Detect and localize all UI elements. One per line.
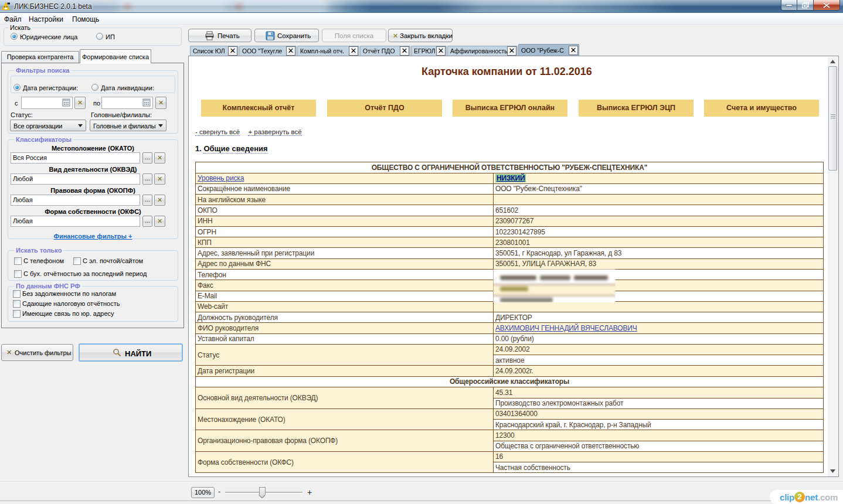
scroll-down-button[interactable] xyxy=(828,466,838,476)
action-button-5[interactable]: Счета и имущество xyxy=(704,100,819,117)
minimize-button[interactable] xyxy=(781,0,797,11)
table-row: Местонахождение (ОКАТО)03401364000 xyxy=(196,408,824,419)
branch-combobox[interactable]: Головные и филиалы xyxy=(90,120,166,131)
scope-radio-ip[interactable] xyxy=(96,33,103,40)
left-tab-form-list[interactable]: Формирование списка xyxy=(80,49,151,63)
close-icon xyxy=(823,2,831,8)
tax-reporting-checkbox[interactable] xyxy=(13,300,21,308)
date-from-clear-button[interactable]: ✕ xyxy=(74,97,86,109)
row-value: 350051, УЛИЦА ГАРАЖНАЯ, 83 xyxy=(494,258,824,269)
menu-item-3[interactable]: Помощь xyxy=(72,15,99,23)
phone-checkbox[interactable] xyxy=(14,257,22,265)
doc-tab-2[interactable]: ООО "Техугле✕ xyxy=(239,46,297,56)
scope-radio-ul[interactable] xyxy=(11,33,18,40)
director-link[interactable]: АВХИМОВИЧ ГЕННАДИЙ ВЯЧЕСЛАВОВИЧ xyxy=(495,324,637,332)
action-button-4[interactable]: Выписка ЕГРЮЛ ЭЦП xyxy=(579,100,694,117)
filters-panel: Фильтры поискаДата регистрации:Дата ликв… xyxy=(1,63,184,328)
zoom-slider-thumb[interactable] xyxy=(259,487,266,495)
expand-all-link[interactable]: + развернуть всё xyxy=(248,128,301,136)
menu-item-1[interactable]: Файл xyxy=(4,15,22,23)
row-label: Местонахождение (ОКАТО) xyxy=(196,408,494,430)
classifier-input-okved[interactable]: Любой xyxy=(11,173,140,185)
status-combobox[interactable]: Все организации xyxy=(10,120,86,131)
classifier-clear-button-okopf[interactable]: ✕ xyxy=(154,195,165,206)
table-row: ОКПО651602 xyxy=(196,205,824,216)
row-value: Краснодарский край, г. Краснодар, р-н За… xyxy=(494,420,824,430)
card-title: Карточка компании от 11.02.2016 xyxy=(189,66,825,78)
row-value: 1022301427895 xyxy=(494,226,824,237)
find-button[interactable]: НАЙТИ xyxy=(79,343,183,362)
row-label-link[interactable]: Уровень риска xyxy=(198,174,244,182)
doc-tab-close-icon[interactable]: ✕ xyxy=(286,46,295,56)
clear-x-icon: ✕ xyxy=(6,349,12,356)
window-title: ЛИК:БИЗНЕС 2.0.1 beta xyxy=(14,2,92,11)
scope-radio-label: Юридические лица xyxy=(20,33,77,40)
printer-glyph xyxy=(205,31,215,40)
no-tax-debt-checkbox[interactable] xyxy=(13,290,21,298)
left-tab-check-contragent[interactable]: Проверка контрагента xyxy=(1,51,79,63)
save-button[interactable]: Сохранить xyxy=(254,29,319,42)
classifier-clear-button-okved[interactable]: ✕ xyxy=(154,173,165,185)
accounting-checkbox[interactable] xyxy=(14,270,22,278)
zoom-value-button[interactable]: 100% xyxy=(191,487,215,498)
address-link-checkbox-label: Имеющие связь по юр. адресу xyxy=(22,310,114,317)
doc-tab-label: Список ЮЛ xyxy=(193,47,225,55)
clear-filters-button[interactable]: ✕Очистить фильтры xyxy=(1,344,73,361)
doc-tab-close-icon[interactable]: ✕ xyxy=(228,46,237,56)
scroll-up-button[interactable] xyxy=(828,57,838,67)
doc-tab-5[interactable]: ЕГРЮЛ✕ xyxy=(411,46,447,56)
email-site-checkbox[interactable] xyxy=(73,257,81,265)
date-radio-liquidation[interactable] xyxy=(91,84,98,91)
doc-tab-4[interactable]: Отчёт ПДО✕ xyxy=(360,46,410,56)
risk-level-badge[interactable]: НИЗКИЙ xyxy=(495,174,526,182)
doc-tab-close-icon[interactable]: ✕ xyxy=(569,46,578,55)
collapse-all-link[interactable]: - свернуть всё xyxy=(195,128,240,136)
classifier-input-okfs[interactable]: Любая xyxy=(11,216,140,227)
menu-item-2[interactable]: Настройки xyxy=(29,15,63,23)
doc-tab-7[interactable]: ООО "Рубеж-С✕ xyxy=(518,44,579,56)
doc-tab-3[interactable]: Компл-ный отч.✕ xyxy=(297,46,359,56)
doc-tab-6[interactable]: Аффилированность✕ xyxy=(447,46,518,56)
classifier-clear-button-okfs[interactable]: ✕ xyxy=(154,216,165,227)
close-button[interactable] xyxy=(813,0,840,11)
row-label: ОГРН xyxy=(196,226,494,237)
address-link-checkbox[interactable] xyxy=(13,310,21,318)
doc-tab-close-icon[interactable]: ✕ xyxy=(436,46,446,56)
zoom-out-label[interactable]: - xyxy=(218,487,220,496)
date-radio-registration[interactable] xyxy=(13,84,21,91)
print-button[interactable]: Печать xyxy=(188,29,251,42)
redacted-contacts-blur xyxy=(493,269,616,302)
restore-button[interactable] xyxy=(797,0,813,11)
classifier-clear-button-okato[interactable]: ✕ xyxy=(154,152,165,164)
financial-filters-link[interactable]: Финансовые фильтры + xyxy=(8,233,178,240)
table-row: КПП230801001 xyxy=(196,237,824,248)
date-from-input[interactable] xyxy=(21,97,73,109)
action-button-1[interactable]: Комплексный отчёт xyxy=(201,100,316,117)
classifier-browse-button-okfs[interactable]: ... xyxy=(142,216,152,227)
classifier-browse-button-okato[interactable]: ... xyxy=(142,152,152,164)
doc-tab-close-icon[interactable]: ✕ xyxy=(507,46,516,56)
close-tabs-x-icon: ✕ xyxy=(393,32,398,40)
row-label: Уставной капитал xyxy=(196,333,494,344)
search-only-groupbox-label: Искать только xyxy=(14,247,63,254)
classifier-input-okato[interactable]: Вся Россия xyxy=(11,152,140,164)
accounting-checkbox-label: С бух. отчётностью за последний период xyxy=(23,270,147,277)
close-tabs-button[interactable]: ✕Закрыть вкладки xyxy=(388,29,453,42)
date-to-input[interactable] xyxy=(101,97,153,109)
blur-border-line xyxy=(493,295,616,296)
doc-tab-close-icon[interactable]: ✕ xyxy=(349,46,358,56)
date-to-clear-button[interactable]: ✕ xyxy=(155,97,166,109)
printer-icon xyxy=(205,31,215,42)
watermark-text: clip2net.com xyxy=(780,490,838,504)
classifier-browse-button-okopf[interactable]: ... xyxy=(142,195,152,206)
vertical-scrollbar[interactable] xyxy=(828,57,838,476)
action-button-2[interactable]: Отчёт ПДО xyxy=(327,100,442,117)
scrollbar-thumb[interactable] xyxy=(828,66,837,171)
classifier-browse-button-okved[interactable]: ... xyxy=(142,173,152,185)
zoom-in-label[interactable]: + xyxy=(307,488,312,497)
doc-tab-close-icon[interactable]: ✕ xyxy=(400,46,409,56)
classifier-input-okopf[interactable]: Любая xyxy=(11,195,140,206)
action-button-3[interactable]: Выписка ЕГРЮЛ онлайн xyxy=(453,100,567,117)
doc-tab-1[interactable]: Список ЮЛ✕ xyxy=(190,46,239,56)
table-row: На английском языке xyxy=(196,195,824,205)
